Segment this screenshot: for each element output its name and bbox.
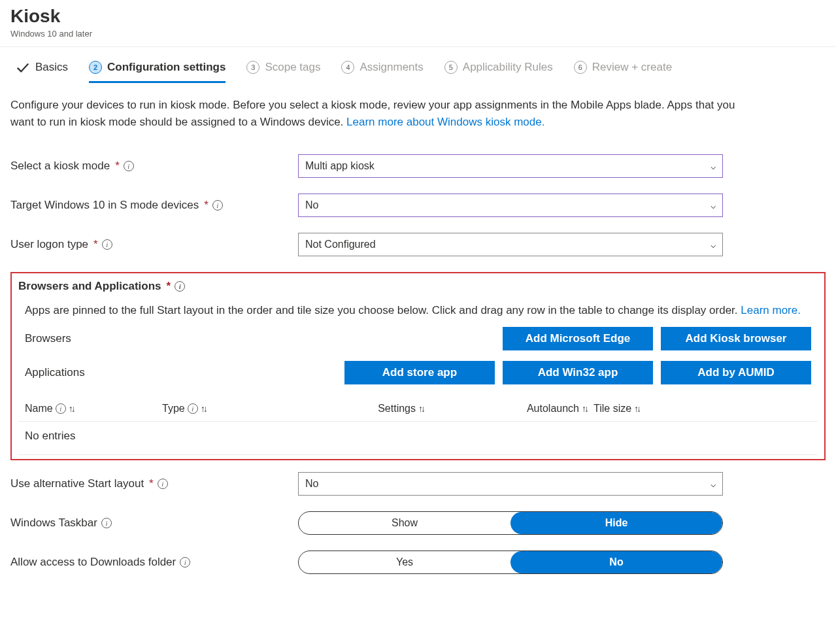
add-win32-app-button[interactable]: Add Win32 app — [503, 361, 653, 384]
downloads-toggle[interactable]: Yes No — [298, 551, 723, 574]
logon-type-select[interactable]: Not Configured ⌵ — [298, 233, 723, 256]
required-indicator: * — [93, 238, 98, 251]
required-indicator: * — [167, 280, 171, 293]
s-mode-select[interactable]: No ⌵ — [298, 194, 723, 217]
chevron-down-icon: ⌵ — [711, 239, 716, 250]
field-taskbar: Windows Taskbar i Show Hide — [10, 511, 826, 535]
apps-table-header: Name i ↑↓ Type i ↑↓ Settings ↑↓ Autolaun… — [18, 390, 818, 422]
learn-more-kiosk-link[interactable]: Learn more about Windows kiosk mode. — [346, 116, 544, 128]
applications-row: Applications Add store app Add Win32 app… — [18, 356, 818, 390]
column-name[interactable]: Name i ↑↓ — [25, 403, 156, 415]
browsers-row: Browsers Add Microsoft Edge Add Kiosk br… — [18, 322, 818, 356]
taskbar-hide-option[interactable]: Hide — [510, 512, 722, 534]
sort-icon: ↑↓ — [69, 403, 74, 414]
step-number: 6 — [574, 61, 587, 74]
tab-applicability-rules[interactable]: 5 Applicability Rules — [444, 61, 553, 83]
chevron-down-icon: ⌵ — [711, 200, 716, 211]
column-autolaunch[interactable]: Autolaunch ↑↓ — [430, 403, 587, 415]
apps-table-empty: No entries — [18, 422, 818, 455]
required-indicator: * — [115, 160, 120, 173]
taskbar-toggle[interactable]: Show Hide — [298, 511, 723, 535]
browsers-applications-section: Browsers and Applications * i Apps are p… — [10, 272, 826, 460]
page-description: Configure your devices to run in kiosk m… — [10, 97, 743, 131]
page-header: Kiosk Windows 10 and later — [0, 0, 836, 47]
tab-scope-tags[interactable]: 3 Scope tags — [246, 61, 320, 83]
wizard-tabs: Basics 2 Configuration settings 3 Scope … — [0, 47, 836, 84]
add-microsoft-edge-button[interactable]: Add Microsoft Edge — [503, 327, 653, 350]
column-type[interactable]: Type i ↑↓ — [162, 403, 286, 415]
required-indicator: * — [204, 199, 209, 212]
info-icon[interactable]: i — [180, 557, 190, 568]
sort-icon: ↑↓ — [634, 403, 639, 414]
tab-basics[interactable]: Basics — [16, 60, 68, 84]
info-icon: i — [188, 403, 198, 414]
info-icon[interactable]: i — [175, 281, 185, 292]
info-icon: i — [56, 403, 66, 414]
add-kiosk-browser-button[interactable]: Add Kiosk browser — [661, 327, 811, 350]
tab-assignments[interactable]: 4 Assignments — [341, 61, 423, 83]
checkmark-icon — [16, 60, 30, 75]
section-title: Browsers and Applications * i — [18, 280, 818, 293]
learn-more-apps-link[interactable]: Learn more. — [741, 304, 801, 316]
section-description: Apps are pinned to the full Start layout… — [18, 293, 818, 322]
field-alt-start: Use alternative Start layout * i No ⌵ — [10, 472, 826, 496]
chevron-down-icon: ⌵ — [711, 161, 716, 171]
field-logon-type: User logon type * i Not Configured ⌵ — [10, 233, 826, 256]
step-number: 3 — [246, 61, 259, 74]
step-number: 4 — [341, 61, 354, 74]
step-number: 5 — [444, 61, 458, 74]
field-kiosk-mode: Select a kiosk mode * i Multi app kiosk … — [10, 154, 826, 178]
kiosk-mode-select[interactable]: Multi app kiosk ⌵ — [298, 154, 723, 178]
info-icon[interactable]: i — [102, 239, 112, 250]
sort-icon: ↑↓ — [582, 403, 587, 414]
tab-review-create[interactable]: 6 Review + create — [574, 61, 672, 83]
chevron-down-icon: ⌵ — [711, 479, 716, 489]
required-indicator: * — [149, 477, 154, 490]
info-icon[interactable]: i — [124, 161, 134, 171]
sort-icon: ↑↓ — [418, 403, 424, 414]
column-settings[interactable]: Settings ↑↓ — [293, 403, 424, 415]
step-number: 2 — [89, 61, 102, 74]
alt-start-select[interactable]: No ⌵ — [298, 472, 723, 496]
add-store-app-button[interactable]: Add store app — [344, 361, 495, 384]
downloads-no-option[interactable]: No — [510, 551, 722, 573]
page-title: Kiosk — [10, 5, 826, 27]
field-downloads: Allow access to Downloads folder i Yes N… — [10, 551, 826, 574]
info-icon[interactable]: i — [212, 200, 223, 211]
add-by-aumid-button[interactable]: Add by AUMID — [661, 361, 811, 384]
info-icon[interactable]: i — [101, 518, 112, 528]
taskbar-show-option[interactable]: Show — [299, 512, 510, 534]
content: Configure your devices to run in kiosk m… — [0, 84, 836, 594]
info-icon[interactable]: i — [158, 479, 168, 489]
page-subtitle: Windows 10 and later — [10, 29, 826, 39]
sort-icon: ↑↓ — [201, 403, 206, 414]
column-tile-size[interactable]: Tile size ↑↓ — [594, 403, 711, 415]
downloads-yes-option[interactable]: Yes — [299, 551, 510, 573]
tab-configuration-settings[interactable]: 2 Configuration settings — [89, 61, 226, 83]
field-s-mode: Target Windows 10 in S mode devices * i … — [10, 194, 826, 217]
